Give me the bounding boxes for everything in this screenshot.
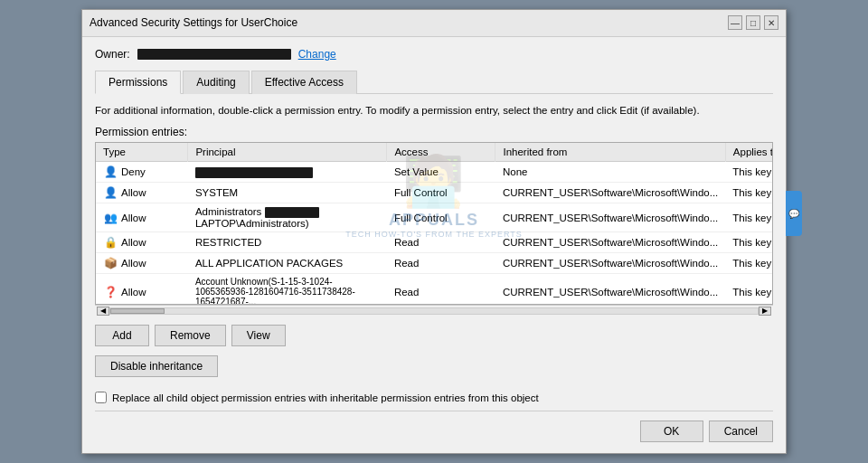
cell-applies: This key only bbox=[725, 162, 773, 183]
col-access: Access bbox=[387, 143, 495, 162]
owner-label: Owner: bbox=[95, 48, 130, 61]
tab-effective-access[interactable]: Effective Access bbox=[251, 71, 357, 94]
bottom-buttons: OK Cancel bbox=[95, 411, 773, 442]
owner-row: Owner: Change bbox=[95, 48, 773, 61]
principal-prefix: Administrators bbox=[195, 206, 265, 217]
change-link[interactable]: Change bbox=[298, 48, 336, 61]
cell-type: ❓ Allow bbox=[96, 274, 188, 306]
cell-type: 👥 Allow bbox=[96, 203, 188, 232]
cell-inherited: CURRENT_USER\Software\Microsoft\Windo... bbox=[495, 274, 725, 306]
tab-auditing[interactable]: Auditing bbox=[183, 71, 249, 94]
principal-redacted bbox=[195, 167, 313, 178]
cell-principal: ALL APPLICATION PACKAGES bbox=[188, 253, 387, 274]
cell-access: Full Control bbox=[387, 203, 495, 232]
cell-applies: This key and subkeys bbox=[725, 232, 773, 253]
action-buttons: Add Remove View bbox=[95, 325, 773, 346]
scrollbar-track[interactable] bbox=[109, 307, 759, 315]
close-button[interactable]: ✕ bbox=[764, 15, 778, 30]
table-row[interactable]: 🔒 Allow RESTRICTED Read CURRENT_USER\Sof… bbox=[96, 232, 773, 253]
maximize-button[interactable]: □ bbox=[746, 15, 760, 30]
scrollbar-thumb[interactable] bbox=[110, 308, 165, 314]
col-type: Type bbox=[96, 143, 188, 162]
cell-inherited: CURRENT_USER\Software\Microsoft\Windo... bbox=[495, 232, 725, 253]
package-icon: 📦 bbox=[103, 256, 118, 270]
scroll-left-button[interactable]: ◀ bbox=[97, 307, 109, 316]
cell-principal: RESTRICTED bbox=[188, 232, 387, 253]
table-row[interactable]: 👤 Deny Set Value None This key only bbox=[96, 162, 773, 183]
cell-applies: This key and subkeys bbox=[725, 183, 773, 203]
title-bar: Advanced Security Settings for UserChoic… bbox=[82, 10, 786, 37]
cell-type: 📦 Allow bbox=[96, 253, 188, 274]
cell-access: Read bbox=[387, 253, 495, 274]
owner-value bbox=[137, 49, 291, 60]
remove-button[interactable]: Remove bbox=[155, 325, 226, 346]
cell-principal: Account Unknown(S-1-15-3-1024-1065365936… bbox=[188, 274, 387, 306]
feedback-button[interactable]: 💬 bbox=[786, 191, 802, 236]
cell-principal: SYSTEM bbox=[188, 183, 387, 203]
table-row[interactable]: 📦 Allow ALL APPLICATION PACKAGES Read CU… bbox=[96, 253, 773, 274]
main-window: Advanced Security Settings for UserChoic… bbox=[81, 9, 787, 454]
user-icon: 👤 bbox=[103, 165, 118, 179]
cell-applies: This key and subkeys bbox=[725, 203, 773, 232]
horizontal-scrollbar[interactable]: ◀ ▶ bbox=[95, 305, 773, 316]
user-icon: 👤 bbox=[103, 185, 118, 200]
title-bar-controls: ― □ ✕ bbox=[728, 15, 778, 30]
tab-permissions[interactable]: Permissions bbox=[95, 71, 181, 94]
cell-access: Set Value bbox=[387, 162, 495, 183]
table-row[interactable]: 👥 Allow Administrators LAPTOP\Administra… bbox=[96, 203, 773, 232]
table-row[interactable]: 👤 Allow SYSTEM Full Control CURRENT_USER… bbox=[96, 183, 773, 203]
principal-redacted-mid bbox=[265, 207, 319, 218]
tabs: Permissions Auditing Effective Access bbox=[95, 70, 773, 94]
window-body: Owner: Change Permissions Auditing Effec… bbox=[82, 37, 786, 453]
permissions-table: Type Principal Access Inherited from App… bbox=[96, 143, 773, 305]
scroll-right-button[interactable]: ▶ bbox=[759, 307, 771, 316]
principal-suffix: LAPTOP\Administrators) bbox=[195, 218, 309, 229]
group-icon: 👥 bbox=[103, 211, 118, 225]
view-button[interactable]: View bbox=[231, 325, 286, 346]
cell-principal: Administrators LAPTOP\Administrators) bbox=[188, 203, 387, 232]
cell-type: 👤 Allow bbox=[96, 183, 188, 203]
cell-principal bbox=[188, 162, 387, 183]
window-title: Advanced Security Settings for UserChoic… bbox=[90, 16, 297, 29]
table-header-row: Type Principal Access Inherited from App… bbox=[96, 143, 773, 162]
lock-icon: 🔒 bbox=[103, 235, 118, 250]
feedback-icon: 💬 bbox=[789, 208, 799, 219]
cell-applies: This key and subkeys bbox=[725, 253, 773, 274]
cell-inherited: CURRENT_USER\Software\Microsoft\Windo... bbox=[495, 203, 725, 232]
cell-inherited: CURRENT_USER\Software\Microsoft\Windo... bbox=[495, 253, 725, 274]
disable-inheritance-button[interactable]: Disable inheritance bbox=[95, 355, 218, 377]
cell-access: Full Control bbox=[387, 183, 495, 203]
col-applies: Applies to bbox=[725, 143, 773, 162]
permissions-table-container[interactable]: Type Principal Access Inherited from App… bbox=[95, 142, 773, 305]
cell-inherited: None bbox=[495, 162, 725, 183]
cancel-button[interactable]: Cancel bbox=[709, 420, 773, 442]
add-button[interactable]: Add bbox=[95, 325, 149, 346]
cell-access: Read bbox=[387, 232, 495, 253]
cell-inherited: CURRENT_USER\Software\Microsoft\Windo... bbox=[495, 183, 725, 203]
cell-type: 👤 Deny bbox=[96, 162, 188, 183]
cell-access: Read bbox=[387, 274, 495, 306]
replace-checkbox[interactable] bbox=[95, 392, 107, 403]
table-row[interactable]: ❓ Allow Account Unknown(S-1-15-3-1024-10… bbox=[96, 274, 773, 306]
unknown-icon: ❓ bbox=[103, 285, 118, 299]
cell-applies: This key and subkeys bbox=[725, 274, 773, 306]
replace-checkbox-row: Replace all child object permission entr… bbox=[95, 392, 773, 403]
section-label: Permission entries: bbox=[95, 126, 773, 138]
replace-checkbox-label: Replace all child object permission entr… bbox=[112, 392, 539, 403]
ok-button[interactable]: OK bbox=[640, 420, 703, 442]
col-principal: Principal bbox=[188, 143, 387, 162]
cell-type: 🔒 Allow bbox=[96, 232, 188, 253]
col-inherited: Inherited from bbox=[495, 143, 725, 162]
minimize-button[interactable]: ― bbox=[728, 15, 742, 30]
info-text: For additional information, double-click… bbox=[95, 103, 773, 118]
